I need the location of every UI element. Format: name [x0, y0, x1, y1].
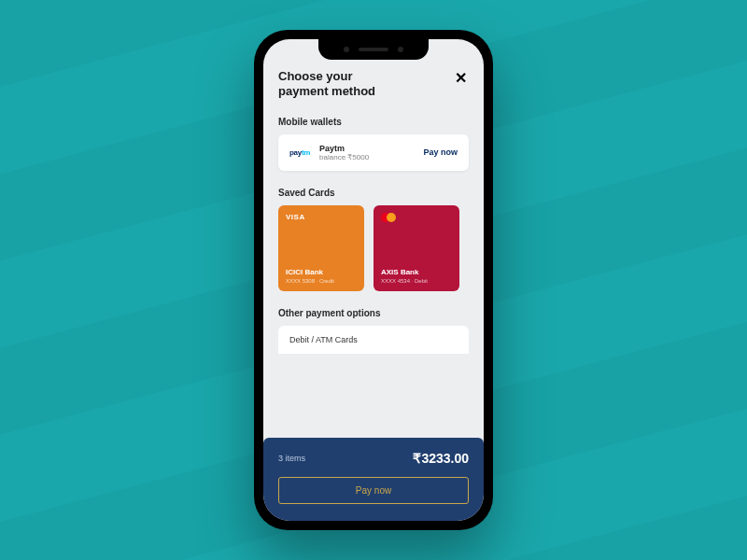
paytm-logo-icon: paytm: [289, 148, 310, 157]
section-saved-label: Saved Cards: [278, 188, 469, 198]
card-number: XXXX 4534 · Debit: [381, 278, 452, 284]
saved-card-icici[interactable]: VISA ICICI Bank XXXX 5308 · Credit: [278, 205, 364, 291]
section-wallets-label: Mobile wallets: [278, 117, 469, 127]
section-other-label: Other payment options: [278, 308, 469, 318]
visa-brand-icon: VISA: [286, 213, 357, 221]
card-bank: ICICI Bank: [286, 268, 357, 276]
cart-total: ₹3233.00: [413, 451, 469, 466]
title-line-2: payment method: [278, 84, 375, 99]
pay-now-button[interactable]: Pay now: [278, 477, 469, 504]
saved-card-axis[interactable]: AXIS Bank XXXX 4534 · Debit: [374, 205, 459, 291]
mastercard-brand-icon: [381, 213, 452, 222]
page-title: Choose your payment method: [278, 69, 375, 100]
wallet-name: Paytm: [319, 144, 369, 153]
wallet-paynow-link[interactable]: Pay now: [423, 147, 458, 157]
wallet-paytm[interactable]: paytm Paytm balance ₹5000 Pay now: [278, 134, 469, 171]
card-bank: AXIS Bank: [381, 268, 452, 276]
saved-cards-row: VISA ICICI Bank XXXX 5308 · Credit AXIS …: [278, 205, 469, 291]
cart-items-count: 3 items: [278, 454, 305, 463]
notch: [318, 39, 429, 60]
title-line-1: Choose your: [278, 69, 375, 84]
checkout-footer: 3 items ₹3233.00 Pay now: [263, 438, 484, 521]
close-icon[interactable]: ✕: [453, 69, 469, 87]
card-number: XXXX 5308 · Credit: [286, 278, 357, 284]
other-option-debit[interactable]: Debit / ATM Cards: [278, 326, 469, 354]
screen: Choose your payment method ✕ Mobile wall…: [263, 39, 484, 521]
phone-frame: Choose your payment method ✕ Mobile wall…: [254, 30, 493, 530]
wallet-balance: balance ₹5000: [319, 153, 369, 161]
